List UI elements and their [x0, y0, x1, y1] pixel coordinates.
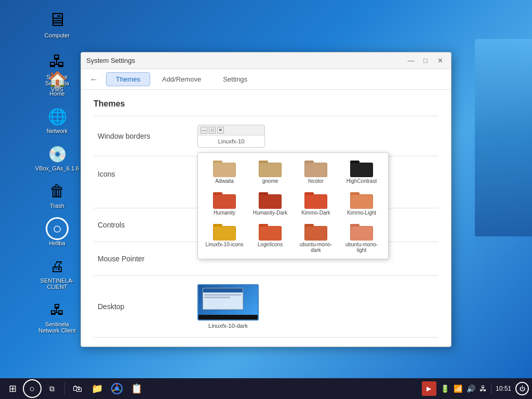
desktop-preview-label: Linuxfx-10-dark: [197, 323, 259, 329]
home-label: Home: [49, 90, 64, 97]
svg-rect-32: [305, 227, 327, 241]
icon-option-linuxfx-icons[interactable]: Linuxfx-10-icons: [203, 220, 246, 255]
humanity-label: Humanity: [214, 210, 235, 216]
hicolor-folder-icon: [304, 158, 327, 178]
window-borders-row: Window borders — □ ✕ Linuxfx-10: [94, 116, 438, 156]
svg-rect-20: [305, 195, 327, 209]
sentinela-network-icon: 🖧: [46, 298, 69, 321]
tab-add-remove[interactable]: Add/Remove: [152, 72, 211, 86]
files-button[interactable]: 📁: [88, 379, 107, 398]
sentinela-network-label: Sentinela Network Client: [38, 321, 76, 334]
tab-themes[interactable]: Themes: [106, 72, 150, 86]
desktop-icon-sentinela-client[interactable]: 🖨 SENTINELA-CLIENT: [38, 255, 76, 290]
svg-point-37: [115, 387, 119, 391]
icon-option-loginicons[interactable]: LoginIcons: [249, 220, 291, 255]
gnome-label: gnome: [262, 178, 278, 184]
desktop-icon-computer[interactable]: 🖥 Computer: [36, 5, 78, 41]
back-button[interactable]: ←: [87, 73, 101, 86]
desktop-icon-network[interactable]: 🌐 Network: [38, 105, 76, 134]
tab-bar: ← Themes Add/Remove Settings: [81, 69, 451, 90]
ubuntu-mono-light-label: ubuntu-mono-light: [342, 242, 381, 253]
svg-rect-17: [259, 195, 281, 209]
maximize-button[interactable]: □: [420, 55, 431, 66]
window-titlebar: System Settings — □ ✕: [81, 52, 451, 69]
tab-settings[interactable]: Settings: [213, 72, 257, 86]
preview-line1: [204, 294, 242, 296]
desktop-icon-trash[interactable]: 🗑 Trash: [38, 180, 76, 209]
gnome-folder-icon: [259, 158, 282, 178]
desktop-preview-window-mock: [203, 288, 243, 310]
desktop-preview-thumb[interactable]: [197, 284, 259, 321]
taskbar-right: ▶ 🔋 📶 🔊 🖧 10:51 ⏻: [422, 381, 529, 396]
wifi-icon: 📶: [454, 384, 462, 393]
icon-option-kimmo-light[interactable]: Kimmo-Light: [340, 189, 383, 217]
ubuntu-mono-dark-folder-icon: [304, 222, 327, 242]
svg-rect-14: [214, 195, 235, 209]
cortana-button[interactable]: ○: [23, 379, 42, 398]
start-button[interactable]: ⊞: [3, 379, 22, 398]
desktop-icon-vbox[interactable]: 💿 VBox_GAs_6.1.6: [38, 142, 76, 171]
icon-option-gnome[interactable]: gnome: [249, 157, 291, 185]
task-view-button[interactable]: ⧉: [43, 379, 61, 398]
icons-row: Icons Adwaita: [94, 156, 438, 208]
desktop-icon-sentinela-network[interactable]: 🖧 Sentinela Network Client: [38, 298, 76, 334]
computer-icon: 🖥: [45, 7, 70, 32]
icon-option-humanity-dark[interactable]: Humanity-Dark: [249, 189, 291, 217]
red-icon[interactable]: ▶: [422, 381, 436, 396]
linuxfx-icons-folder-icon: [213, 222, 236, 242]
theme-rows: Window borders — □ ✕ Linuxfx-10 Icons: [94, 116, 438, 338]
power-button[interactable]: ⏻: [515, 382, 529, 395]
icon-option-ubuntu-mono-light[interactable]: ubuntu-mono-light: [340, 220, 383, 255]
close-button[interactable]: ✕: [434, 55, 446, 66]
desktop-row: Desktop Linuxfx-10-dark: [94, 276, 438, 338]
icon-option-humanity[interactable]: Humanity: [203, 189, 246, 217]
preview-window-body: [203, 292, 243, 301]
svg-line-39: [118, 390, 121, 391]
highcontrast-label: HighContrast: [347, 178, 377, 184]
preview-taskbar: [198, 315, 258, 320]
icon-option-hicolor[interactable]: hicolor: [295, 157, 337, 185]
humanity-dark-folder-icon: [259, 190, 282, 210]
store-button[interactable]: 🛍: [68, 379, 87, 398]
svg-rect-8: [305, 163, 327, 177]
taskbar-divider-2: [491, 383, 491, 394]
chrome-button[interactable]: [108, 379, 126, 398]
controls-row-label: Controls: [94, 221, 197, 229]
icon-option-highcontrast[interactable]: HighContrast: [340, 157, 383, 185]
ubuntu-mono-light-folder-icon: [350, 222, 373, 242]
svg-rect-23: [351, 195, 373, 209]
desktop-icon-hellba[interactable]: ○ Hellba: [38, 217, 76, 246]
clock: 10:51: [496, 385, 511, 392]
wb-minimize-icon: —: [201, 127, 207, 134]
icons-row-label: Icons: [94, 165, 197, 178]
window-borders-preview[interactable]: — □ ✕ Linuxfx-10: [197, 125, 265, 148]
section-title: Themes: [94, 99, 438, 109]
hellba-icon: ○: [46, 217, 69, 240]
preview-line2: [204, 297, 230, 298]
highcontrast-folder-icon: [350, 158, 373, 178]
svg-rect-11: [351, 163, 373, 177]
window-controls: — □ ✕: [405, 55, 446, 66]
desktop-icon-home[interactable]: 🏠 Home: [38, 68, 76, 97]
home-icon: 🏠: [46, 68, 69, 90]
svg-rect-2: [214, 163, 235, 177]
kimmo-light-folder-icon: [350, 190, 373, 210]
vbox-icon: 💿: [46, 142, 69, 165]
window-title: System Settings: [86, 57, 135, 64]
app7-button[interactable]: 📋: [127, 379, 146, 398]
svg-rect-35: [351, 227, 373, 241]
adwaita-folder-icon: [213, 158, 236, 178]
icon-option-ubuntu-mono-dark[interactable]: ubuntu-mono-dark: [295, 220, 337, 255]
svg-rect-5: [259, 163, 281, 177]
window-borders-label: Window borders: [94, 132, 197, 140]
icon-option-kimmo-dark[interactable]: Kimmo-Dark: [295, 189, 337, 217]
taskbar-divider-1: [64, 382, 65, 395]
preview-window-titlebar: [203, 288, 243, 292]
sentinela-client-label: SENTINELA-CLIENT: [38, 277, 76, 290]
minimize-button[interactable]: —: [405, 55, 417, 66]
sentinela-client-icon: 🖨: [46, 255, 69, 277]
hellba-label: Hellba: [49, 240, 65, 246]
volume-icon[interactable]: 🔊: [467, 384, 475, 393]
desktop-row-label: Desktop: [94, 302, 197, 311]
icon-option-adwaita[interactable]: Adwaita: [203, 157, 246, 185]
